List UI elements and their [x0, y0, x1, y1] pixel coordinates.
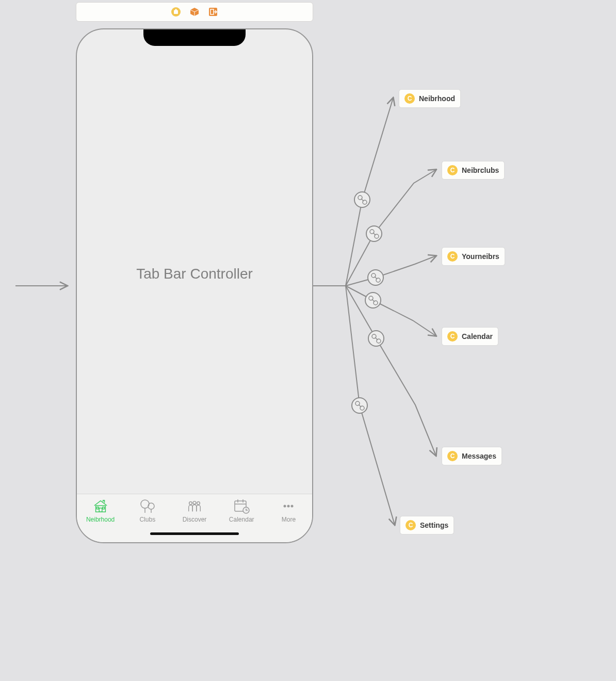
dest-label: Yourneibrs	[462, 252, 499, 261]
svg-line-30	[361, 199, 364, 201]
svg-point-31	[366, 226, 382, 241]
controller-title: Tab Bar Controller	[77, 266, 312, 282]
tab-more[interactable]: More	[265, 498, 312, 523]
svg-point-16	[193, 501, 196, 505]
more-icon	[280, 498, 297, 514]
segue-to-messages	[346, 286, 436, 456]
dest-label: Settings	[420, 521, 448, 529]
segue-to-neibrhood	[346, 98, 393, 286]
phone-notch	[143, 29, 246, 46]
dest-messages[interactable]: C Messages	[442, 447, 502, 465]
tab-label: Clubs	[139, 516, 155, 523]
dest-calendar[interactable]: C Calendar	[442, 327, 498, 346]
svg-point-47	[352, 398, 367, 413]
exit-icon[interactable]	[208, 7, 218, 17]
tab-neibrhood[interactable]: Neibrhood	[77, 498, 124, 523]
svg-point-35	[368, 270, 383, 285]
svg-line-50	[359, 404, 361, 407]
segue-to-calendar	[346, 286, 436, 336]
svg-point-36	[371, 273, 376, 278]
people-icon	[186, 498, 203, 514]
svg-point-15	[189, 502, 192, 505]
svg-rect-1	[174, 10, 178, 14]
tab-label: More	[282, 516, 296, 523]
svg-point-39	[365, 293, 381, 308]
tab-label: Neibrhood	[86, 516, 115, 523]
controller-icon: C	[447, 165, 458, 175]
storyboard-icon[interactable]	[171, 7, 181, 17]
calendar-icon	[233, 498, 250, 514]
svg-rect-10	[102, 507, 104, 509]
svg-point-43	[368, 331, 384, 346]
phone-mockup: Tab Bar Controller Neibrhood	[76, 28, 313, 543]
svg-point-13	[148, 503, 154, 509]
scene-toolbar[interactable]	[76, 2, 313, 22]
segue-to-neibrclubs	[346, 170, 436, 286]
svg-point-24	[287, 505, 290, 508]
svg-point-41	[374, 301, 378, 305]
dest-neibrclubs[interactable]: C Neibrclubs	[442, 161, 505, 180]
segue-to-yourneibrs	[346, 256, 436, 286]
tab-discover[interactable]: Discover	[171, 498, 218, 523]
tab-clubs[interactable]: Clubs	[124, 498, 171, 523]
svg-point-37	[376, 278, 380, 282]
svg-point-17	[197, 502, 200, 505]
controller-icon: C	[406, 520, 416, 530]
svg-point-44	[372, 334, 376, 338]
svg-rect-9	[96, 507, 99, 509]
home-indicator	[150, 532, 239, 535]
svg-point-40	[369, 296, 373, 300]
dest-label: Neibrhood	[419, 94, 455, 103]
svg-point-25	[291, 505, 294, 508]
tab-calendar[interactable]: Calendar	[218, 498, 265, 523]
cube-icon[interactable]	[190, 7, 199, 17]
segue-to-settings	[346, 286, 395, 525]
svg-point-23	[284, 505, 286, 508]
svg-point-28	[358, 196, 362, 200]
dest-settings[interactable]: C Settings	[400, 516, 454, 534]
tab-label: Calendar	[229, 516, 254, 523]
svg-point-27	[354, 192, 370, 207]
controller-icon: C	[447, 251, 458, 262]
house-icon	[92, 498, 109, 514]
svg-point-29	[363, 200, 367, 204]
svg-point-32	[370, 230, 374, 234]
dest-label: Calendar	[462, 332, 493, 340]
dest-label: Messages	[462, 452, 496, 460]
controller-icon: C	[447, 451, 458, 461]
svg-rect-8	[99, 508, 102, 512]
svg-point-49	[360, 406, 364, 410]
tab-label: Discover	[183, 516, 207, 523]
tree-icon	[139, 498, 156, 514]
svg-line-34	[373, 233, 376, 235]
svg-point-48	[355, 401, 360, 406]
dest-yourneibrs[interactable]: C Yourneibrs	[442, 247, 505, 266]
svg-point-33	[375, 234, 379, 238]
controller-icon: C	[404, 93, 415, 104]
svg-line-46	[375, 337, 378, 340]
svg-line-42	[372, 299, 375, 302]
controller-icon: C	[447, 331, 458, 342]
dest-neibrhood[interactable]: C Neibrhood	[399, 89, 461, 108]
svg-point-45	[377, 339, 381, 343]
dest-label: Neibrclubs	[462, 166, 499, 174]
svg-line-38	[375, 277, 377, 279]
